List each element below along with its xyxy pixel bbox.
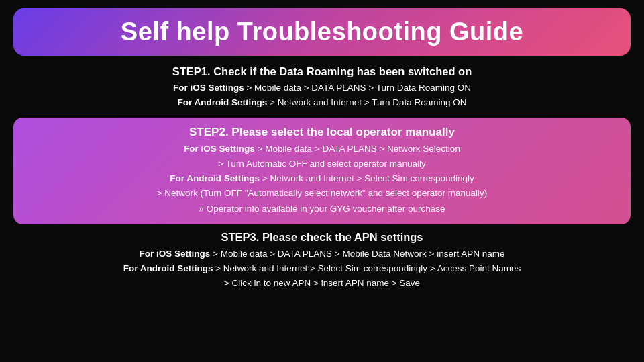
step3-line-2: > Click in to new APN > insert APN name …	[13, 276, 631, 291]
step1-heading: STEP1. Check if the Data Roaming has bee…	[13, 65, 631, 78]
step2-line-4: # Operator info available in your GYG vo…	[27, 201, 617, 216]
step1-line-1: For Android Settings > Network and Inter…	[13, 95, 631, 110]
step2-section: STEP2. Please select the local operator …	[13, 118, 631, 224]
page-title: Self help Troubleshooting Guide	[121, 17, 523, 46]
step2-line-2: For Android Settings > Network and Inter…	[27, 171, 617, 186]
step3-line-1: For Android Settings > Network and Inter…	[13, 261, 631, 276]
step2-line-3: > Network (Turn OFF "Automatically selec…	[27, 186, 617, 201]
step2-heading: STEP2. Please select the local operator …	[27, 126, 617, 139]
title-banner: Self help Troubleshooting Guide	[13, 8, 631, 56]
step2-line-0: For iOS Settings > Mobile data > DATA PL…	[27, 142, 617, 156]
step1-section: STEP1. Check if the Data Roaming has bee…	[13, 65, 631, 111]
step1-line-0: For iOS Settings > Mobile data > DATA PL…	[13, 81, 631, 95]
step3-heading: STEP3. Please check the APN settings	[13, 231, 631, 244]
step3-section: STEP3. Please check the APN settingsFor …	[13, 231, 631, 291]
step3-line-0: For iOS Settings > Mobile data > DATA PL…	[13, 246, 631, 261]
step2-line-1: > Turn Automatic OFF and select operator…	[27, 156, 617, 171]
